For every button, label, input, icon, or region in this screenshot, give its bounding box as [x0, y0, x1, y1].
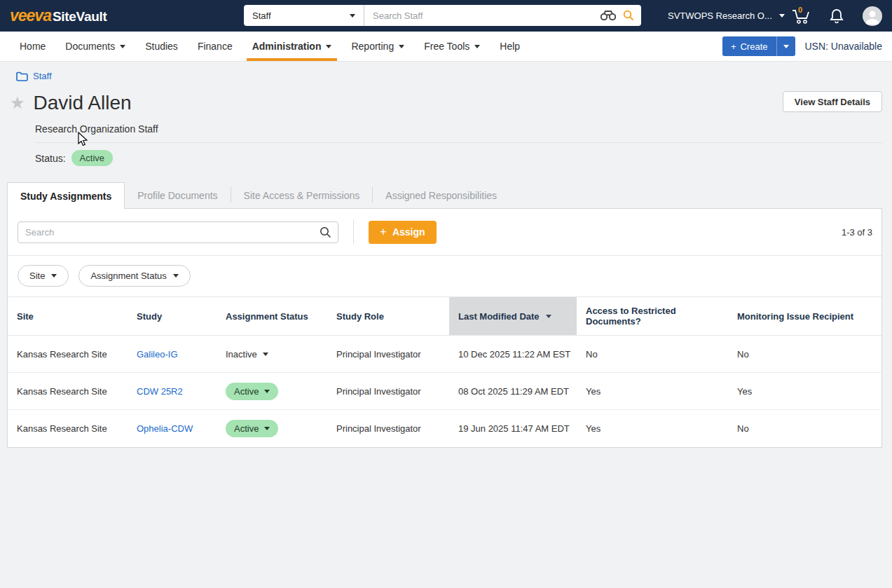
topbar-right-cluster: SVTWOPS Research O... 0 [668, 6, 882, 26]
cell-study-role: Principal Investigator [327, 336, 449, 373]
org-selector-dropdown[interactable]: SVTWOPS Research O... [668, 11, 773, 21]
chevron-down-icon [264, 427, 270, 430]
plus-icon: + [380, 225, 387, 239]
chevron-down-icon [263, 353, 268, 356]
nav-label: Reporting [351, 41, 394, 52]
study-link[interactable]: CDW 25R2 [137, 386, 183, 397]
page-subtitle: Research Organization Staff [35, 123, 883, 135]
status-label: Status: [35, 153, 66, 164]
filter-bar: Site Assignment Status [8, 256, 881, 296]
tab-assigned-responsibilities[interactable]: Assigned Responsibilities [373, 182, 509, 208]
nav-item-documents[interactable]: Documents [55, 32, 135, 61]
column-header-restricted-documents[interactable]: Access to Restricted Documents? [577, 297, 728, 336]
breadcrumb-staff-link[interactable]: Staff [33, 71, 52, 81]
cart-count-badge: 0 [798, 6, 802, 14]
chevron-down-icon [51, 274, 57, 278]
cell-monitoring-recipient: Yes [728, 373, 881, 410]
chevron-down-icon [120, 45, 125, 48]
column-header-site[interactable]: Site [8, 297, 128, 336]
usn-status-label: USN: Unavailable [805, 41, 883, 52]
nav-right-cluster: + Create USN: Unavailable [722, 36, 882, 56]
chevron-down-icon [779, 14, 785, 18]
assignment-status-value: Active [234, 423, 259, 434]
assignment-status-dropdown[interactable]: Active [226, 383, 278, 400]
favorite-star-icon[interactable]: ★ [10, 93, 25, 114]
nav-item-finance[interactable]: Finance [188, 32, 242, 61]
tab-label: Profile Documents [137, 190, 217, 201]
search-icon[interactable] [320, 226, 331, 238]
nav-label: Studies [145, 41, 178, 52]
top-bar: veeva SiteVault Staff [0, 0, 892, 32]
chevron-down-icon [783, 45, 789, 48]
nav-item-administration[interactable]: Administration [242, 32, 342, 61]
cell-study-role: Principal Investigator [327, 410, 449, 447]
search-category-dropdown[interactable]: Staff [244, 5, 364, 26]
app-window: veeva SiteVault Staff [0, 0, 892, 588]
search-icons [601, 10, 641, 21]
create-dropdown-button[interactable] [777, 36, 795, 56]
study-link[interactable]: Ophelia-CDW [137, 423, 193, 434]
chevron-down-icon [399, 45, 404, 48]
global-search-bar: Staff [244, 5, 641, 26]
chevron-down-icon [350, 14, 355, 18]
filter-site[interactable]: Site [18, 265, 69, 287]
global-search-input[interactable] [364, 5, 601, 26]
bell-icon [829, 8, 844, 25]
tab-site-access-permissions[interactable]: Site Access & Permissions [231, 182, 373, 208]
chevron-down-icon [474, 45, 480, 48]
cart-button[interactable]: 0 [791, 7, 811, 25]
org-selector-value: SVTWOPS Research O... [668, 11, 772, 21]
assignment-status-value: Active [234, 386, 259, 397]
tab-label: Study Assignments [20, 191, 111, 202]
column-header-study-role[interactable]: Study Role [327, 297, 449, 336]
nav-item-help[interactable]: Help [490, 32, 530, 61]
column-header-assignment-status[interactable]: Assignment Status [217, 297, 327, 336]
create-split-button: + Create [722, 36, 795, 56]
nav-item-reporting[interactable]: Reporting [341, 32, 414, 61]
assignment-status-dropdown[interactable]: Inactive [226, 346, 268, 363]
tab-profile-documents[interactable]: Profile Documents [125, 182, 230, 208]
chevron-down-icon [173, 274, 179, 278]
plus-icon: + [731, 41, 736, 52]
assignments-search [18, 221, 338, 243]
assign-button[interactable]: + Assign [369, 221, 437, 244]
tab-study-assignments[interactable]: Study Assignments [7, 182, 125, 209]
notifications-button[interactable] [829, 8, 844, 25]
column-header-study[interactable]: Study [128, 297, 217, 336]
cell-last-modified: 10 Dec 2025 11:22 AM EST [449, 336, 577, 373]
pagination-range: 1-3 of 3 [842, 227, 872, 238]
veeva-logo-text: veeva [10, 6, 51, 25]
nav-item-studies[interactable]: Studies [135, 32, 188, 61]
chevron-down-icon [326, 45, 331, 48]
filter-label: Site [29, 271, 45, 281]
cell-site: Kansas Research Site [8, 373, 128, 410]
user-avatar[interactable] [863, 6, 882, 26]
create-button[interactable]: + Create [722, 36, 777, 56]
nav-item-home[interactable]: Home [10, 32, 55, 61]
main-nav: Home Documents Studies Finance Administr… [0, 32, 892, 62]
cell-last-modified: 08 Oct 2025 11:29 AM EDT [449, 373, 577, 410]
search-icon[interactable] [623, 10, 634, 21]
nav-item-free-tools[interactable]: Free Tools [414, 32, 490, 61]
table-row: Kansas Research Site Ophelia-CDW Active … [8, 410, 881, 447]
assignment-status-dropdown[interactable]: Active [226, 420, 278, 437]
veeva-sitevault-logo[interactable]: veeva SiteVault [10, 6, 107, 25]
cell-monitoring-recipient: No [728, 410, 881, 447]
breadcrumb[interactable]: Staff [16, 71, 883, 81]
search-category-value: Staff [252, 11, 271, 21]
assignment-status-value: Inactive [226, 349, 257, 360]
study-link[interactable]: Galileo-IG [137, 349, 178, 360]
person-icon [863, 6, 882, 26]
chevron-down-icon [264, 390, 270, 393]
cell-last-modified: 19 Jun 2025 11:47 AM EDT [449, 410, 577, 447]
nav-label: Administration [252, 41, 322, 52]
study-assignments-panel: + Assign 1-3 of 3 Site Assignment Status [7, 208, 882, 448]
create-button-label: Create [740, 41, 767, 52]
column-header-last-modified-date[interactable]: Last Modified Date [449, 297, 577, 336]
title-divider [35, 142, 883, 143]
view-staff-details-button[interactable]: View Staff Details [783, 91, 882, 112]
assignments-search-input[interactable] [18, 221, 338, 243]
filter-assignment-status[interactable]: Assignment Status [78, 265, 190, 287]
column-header-monitoring-issue-recipient[interactable]: Monitoring Issue Recipient [728, 297, 881, 336]
binoculars-icon[interactable] [601, 11, 616, 20]
